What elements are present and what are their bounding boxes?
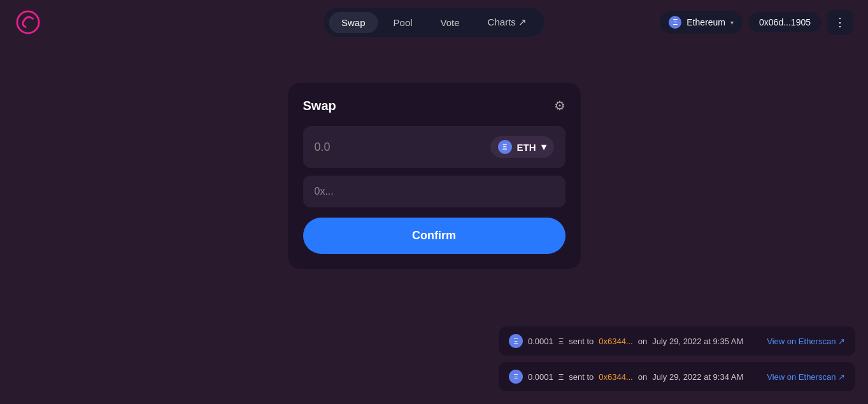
ethereum-network-icon: Ξ (669, 16, 681, 29)
amount-input-field: Ξ ETH ▾ (303, 126, 566, 168)
settings-button[interactable]: ⚙ (554, 98, 566, 113)
notif-eth-icon-1: Ξ (509, 370, 523, 384)
main-nav: Swap Pool Vote Charts ↗ (324, 8, 544, 37)
swap-card: Swap ⚙ Ξ ETH ▾ Confirm (288, 83, 581, 269)
nav-charts[interactable]: Charts ↗ (475, 11, 539, 33)
notif-on-1: on (638, 372, 647, 382)
notif-symbol-1: Ξ (559, 372, 564, 382)
swap-card-header: Swap ⚙ (303, 98, 566, 113)
chevron-down-icon: ▾ (730, 19, 734, 26)
header-right: Ξ Ethereum ▾ 0x06d...1905 ⋮ (660, 10, 853, 35)
notification-item-1: Ξ 0.0001 Ξ sent to 0x6344... on July 29,… (499, 362, 855, 391)
notifications-panel: Ξ 0.0001 Ξ sent to 0x6344... on July 29,… (499, 326, 855, 391)
svg-point-0 (17, 11, 39, 33)
notif-on-0: on (638, 337, 647, 346)
token-selector-button[interactable]: Ξ ETH ▾ (490, 136, 554, 158)
wallet-address-button[interactable]: 0x06d...1905 (749, 12, 821, 32)
notif-etherscan-link-0[interactable]: View on Etherscan ↗ (767, 337, 845, 346)
notification-item: Ξ 0.0001 Ξ sent to 0x6344... on July 29,… (499, 326, 855, 356)
confirm-button[interactable]: Confirm (303, 218, 566, 254)
header: Swap Pool Vote Charts ↗ Ξ Ethereum ▾ 0x0… (0, 0, 868, 45)
notif-amount-1: 0.0001 (528, 372, 553, 382)
notif-address-1[interactable]: 0x6344... (599, 372, 633, 382)
address-input[interactable] (315, 186, 554, 197)
network-selector[interactable]: Ξ Ethereum ▾ (660, 11, 743, 34)
notif-address-0[interactable]: 0x6344... (599, 337, 633, 346)
more-menu-button[interactable]: ⋮ (827, 10, 853, 35)
token-symbol: ETH (517, 142, 536, 153)
swap-title: Swap (303, 99, 336, 113)
address-input-field (303, 176, 566, 207)
token-chevron-icon: ▾ (541, 141, 546, 153)
notif-text-1: sent to (569, 372, 594, 382)
nav-swap[interactable]: Swap (329, 12, 378, 33)
main-content: Swap ⚙ Ξ ETH ▾ Confirm (0, 45, 868, 269)
notif-timestamp-0: July 29, 2022 at 9:35 AM (652, 337, 743, 346)
nav-pool[interactable]: Pool (381, 12, 425, 33)
eth-token-icon: Ξ (498, 140, 512, 154)
logo (15, 10, 41, 35)
notif-eth-icon-0: Ξ (509, 334, 523, 348)
notif-amount-0: 0.0001 (528, 337, 553, 346)
notif-text-0: sent to (569, 337, 594, 346)
amount-input[interactable] (315, 141, 459, 154)
network-name: Ethereum (687, 17, 725, 27)
notif-timestamp-1: July 29, 2022 at 9:34 AM (652, 372, 743, 382)
notif-symbol-0: Ξ (559, 337, 564, 346)
nav-vote[interactable]: Vote (428, 12, 473, 33)
notif-etherscan-link-1[interactable]: View on Etherscan ↗ (767, 372, 845, 382)
